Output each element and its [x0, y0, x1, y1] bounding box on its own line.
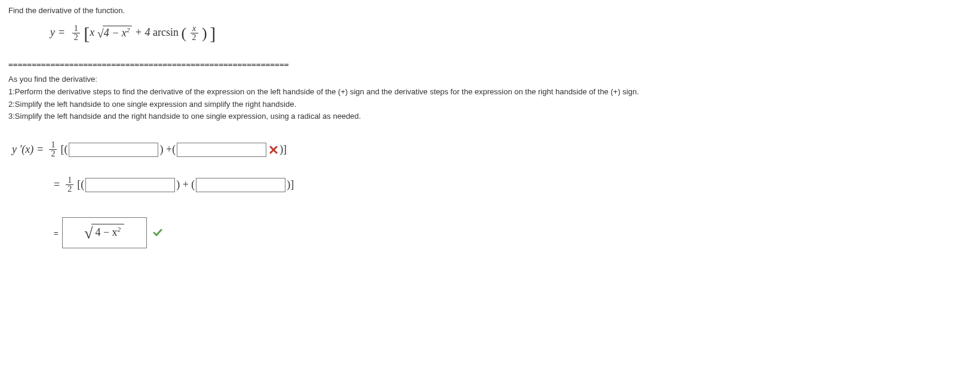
separator: ========================================… — [8, 60, 972, 69]
instruction-1: 1:Perform the derivative steps to find t… — [8, 86, 972, 98]
step-2-row: = 1 2 [( ) + ( )] — [50, 176, 972, 193]
instruction-3: 3:Simplify the left handside and the rig… — [8, 110, 972, 123]
instruction-2: 2:Simplify the left handside to one sing… — [8, 98, 972, 111]
answer-input-2a[interactable] — [85, 178, 175, 192]
answer-input-1b[interactable] — [177, 143, 266, 157]
given-formula: y= 1 2 [x √4 − x2 + 4 arcsin ( x 2 ) ] — [50, 24, 972, 42]
answer-input-2b[interactable] — [196, 178, 285, 192]
yprime-label: y '(x) — [12, 143, 33, 156]
answer-input-1a[interactable] — [69, 143, 158, 157]
instructions-heading: As you find the derivative: — [8, 73, 972, 86]
final-answer-row: = √4 − x2 — [50, 217, 972, 248]
final-answer-box: √4 − x2 — [62, 217, 147, 248]
correct-icon — [153, 228, 162, 238]
instructions: As you find the derivative: 1:Perform th… — [8, 73, 972, 123]
step-1-row: y '(x) = 1 2 [( ) +( )] — [12, 141, 972, 158]
incorrect-icon — [269, 145, 278, 155]
problem-prompt: Find the derivative of the function. — [8, 6, 972, 15]
